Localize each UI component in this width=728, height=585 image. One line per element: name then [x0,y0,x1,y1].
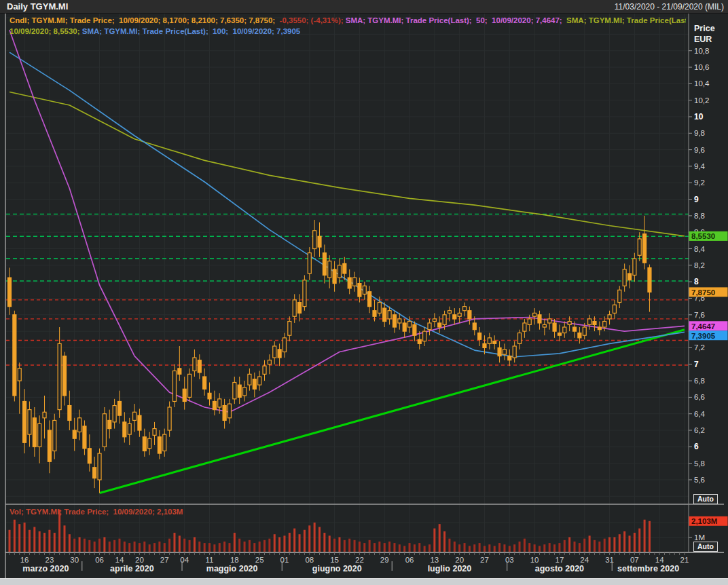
candle-body [98,453,101,480]
volume-bar [14,520,16,552]
candle-body [123,422,126,437]
candle-body [198,360,201,373]
volume-bar [124,542,126,552]
x-tick-label: 06 [405,556,414,564]
candle-body [208,393,211,399]
candle-body [518,333,522,344]
y-tick-label: 9,8 [694,129,705,137]
candle-body [153,429,156,436]
volume-bar [63,525,65,552]
candle-body [288,322,291,336]
candle-body [438,323,441,327]
volume-bar [378,542,380,552]
candle-body [58,343,61,409]
y-tick-label: 7,2 [694,343,705,352]
month-label: agosto 2020 [535,564,584,573]
candle-body [293,300,296,316]
y-tick-label: 9,6 [694,146,705,154]
candle-body [178,369,181,375]
y-tick-label: 6,4 [694,410,706,418]
volume-bar [409,543,411,552]
candle-body [398,319,401,323]
y-tick-label: 9 [694,195,699,204]
bottom-scrollbar[interactable] [0,578,728,585]
volume-bar [539,546,541,552]
x-tick-label: 31 [605,556,614,564]
x-tick-label: 13 [430,556,439,564]
volume-bar [274,534,276,552]
volume-autoscale-button[interactable]: Auto [693,542,718,552]
volume-bar [308,525,310,552]
candle-body [62,356,66,396]
volume-bar [278,537,280,552]
volume-bar [604,539,606,552]
candle-body [623,269,626,286]
volume-bar [164,543,166,552]
candle-body [323,253,326,276]
volume-bar [223,542,225,552]
candle-body [498,347,501,356]
volume-bar [268,539,270,552]
volume-bar [598,542,600,552]
month-label: aprile 2020 [110,564,154,573]
candle-body [273,346,276,358]
volume-bar [374,543,376,552]
candle-body [18,369,21,381]
x-tick-label: 21 [680,556,689,564]
volume-bar [634,533,636,552]
trendline [100,330,685,493]
volume-bar [644,520,646,552]
volume-bar [24,523,26,552]
volume-bar [464,543,466,552]
volume-bar [139,543,141,552]
volume-bar [134,542,136,552]
y-tick-label: 8 [694,277,699,286]
volume-bar [348,539,350,552]
candle-body [68,406,71,421]
candle-body [613,305,616,313]
volume-bar [244,542,246,552]
candle-body [283,338,286,352]
candle-body [238,385,241,397]
candle-body [328,261,331,278]
x-tick-label: 03 [505,556,514,564]
volume-bar [283,535,285,552]
volume-bar [629,535,631,552]
candle-body [388,311,391,319]
volume-bar [238,539,240,552]
candle-body [593,322,596,325]
candle-body [513,346,516,358]
volume-bar [103,537,105,552]
candle-body [603,322,606,328]
chart-canvas[interactable]: PriceEUR5,65,866,26,46,66,877,27,47,67,8… [0,14,728,578]
volume-bar [128,543,130,552]
price-tag-label: 8,5530 [691,232,715,240]
candle-body [408,322,412,328]
candle-body [503,350,506,354]
candle-body [493,341,496,344]
volume-bar [33,527,35,552]
volume-bar [564,540,566,552]
candle-body [278,350,281,358]
x-tick-label: 17 [556,556,564,564]
candle-body [8,278,12,307]
candle-body [533,313,536,316]
candle-body [263,366,266,374]
y-axis-title: EUR [694,35,712,44]
volume-bar [418,543,420,552]
sma-line-sma-100 [10,52,685,357]
candle-body [243,388,247,396]
candle-body [33,418,36,447]
volume-bar [153,543,156,552]
candle-body [48,430,51,461]
volume-bar [18,524,20,552]
price-autoscale-button[interactable]: Auto [693,494,718,504]
volume-bar [329,535,331,552]
volume-bar [204,543,206,552]
x-tick-label: 24 [580,556,589,564]
volume-bar [454,542,456,552]
volume-bar [363,543,365,552]
volume-bar [488,544,490,552]
volume-bar [424,546,426,552]
candle-body [393,315,396,327]
